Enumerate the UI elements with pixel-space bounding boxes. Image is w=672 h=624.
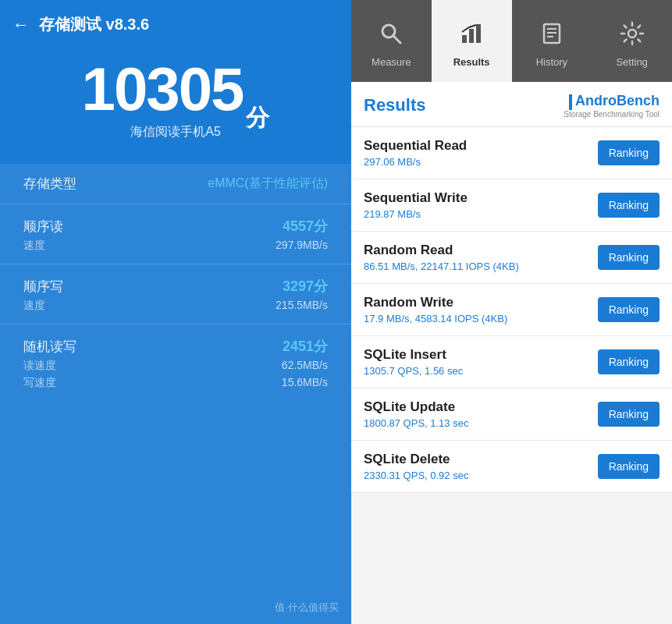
metrics-section: 存储类型 eMMC(基于性能评估) 顺序读 4557分 速度 297.9MB/s… (0, 164, 351, 624)
metric-sub-value: 62.5MB/s (282, 359, 328, 373)
result-name: Random Write (364, 295, 598, 310)
results-label: Results (453, 56, 490, 68)
result-name: Sequential Write (364, 190, 598, 206)
ranking-button[interactable]: Ranking (598, 349, 660, 374)
svg-rect-2 (462, 35, 467, 43)
storage-type-label: 存储类型 (23, 175, 76, 193)
result-info: Sequential Read 297.06 MB/s (364, 138, 598, 168)
tab-measure[interactable]: Measure (351, 0, 432, 82)
svg-rect-4 (476, 24, 481, 43)
svg-point-9 (628, 30, 636, 37)
device-name: 海信阅读手机A5 (130, 124, 221, 140)
result-detail: 17.9 MB/s, 4583.14 IOPS (4KB) (364, 313, 598, 324)
metric-sub-row: 写速度 15.6MB/s (23, 376, 328, 390)
result-name: Sequential Read (364, 138, 598, 154)
result-detail: 219.87 MB/s (364, 208, 598, 220)
metric-row: 顺序写 3297分 (23, 277, 328, 296)
metric-score: 3297分 (283, 277, 328, 296)
logo-bar-icon (569, 94, 572, 110)
tab-bar: Measure Results History Setting (351, 0, 672, 82)
result-info: SQLite Update 1800.87 QPS, 1.13 sec (364, 399, 598, 429)
result-name: SQLite Update (364, 399, 598, 415)
ranking-button[interactable]: Ranking (598, 245, 660, 270)
setting-icon (620, 21, 645, 51)
history-label: History (536, 56, 567, 68)
measure-label: Measure (372, 56, 411, 68)
results-icon (459, 21, 484, 51)
metric-sub-row: 速度 297.9MB/s (23, 239, 328, 253)
androbench-sub: Storage Benchmarking Tool (564, 110, 660, 119)
right-panel: Measure Results History Setting Results … (351, 0, 672, 624)
brand-post: Bench (617, 93, 660, 108)
score-number: 10305 (82, 58, 244, 119)
watermark: 值·什么值得买 (275, 601, 339, 615)
result-name: Random Read (364, 243, 598, 258)
result-info: Sequential Write 219.87 MB/s (364, 190, 598, 220)
svg-line-1 (393, 36, 400, 43)
metric-row: 随机读写 2451分 (23, 337, 328, 356)
result-info: Random Read 86.51 MB/s, 22147.11 IOPS (4… (364, 243, 598, 272)
metric-sub-label: 读速度 (23, 359, 56, 373)
measure-icon (379, 21, 404, 51)
metric-label: 顺序读 (23, 218, 63, 236)
result-info: SQLite Delete 2330.31 QPS, 0.92 sec (364, 452, 598, 481)
metric-sub-row: 读速度 62.5MB/s (23, 359, 328, 373)
score-section: 10305分 海信阅读手机A5 (0, 43, 351, 164)
metric-score: 2451分 (283, 337, 328, 356)
result-row: Sequential Read 297.06 MB/s Ranking (351, 127, 672, 179)
metric-sub-label: 速度 (23, 299, 45, 313)
ranking-button[interactable]: Ranking (598, 297, 660, 322)
result-info: SQLite Insert 1305.7 QPS, 1.56 sec (364, 347, 598, 377)
left-panel: ← 存储测试 v8.3.6 10305分 海信阅读手机A5 存储类型 eMMC(… (0, 0, 351, 624)
results-header: Results AndroBench Storage Benchmarking … (351, 82, 672, 127)
storage-type-block: 存储类型 eMMC(基于性能评估) (0, 164, 351, 204)
metric-label: 随机读写 (23, 338, 76, 356)
result-row: SQLite Update 1800.87 QPS, 1.13 sec Rank… (351, 388, 672, 441)
ranking-button[interactable]: Ranking (598, 193, 660, 218)
result-row: SQLite Insert 1305.7 QPS, 1.56 sec Ranki… (351, 336, 672, 388)
tab-results[interactable]: Results (432, 0, 512, 82)
result-row: Random Write 17.9 MB/s, 4583.14 IOPS (4K… (351, 284, 672, 336)
androbench-name: AndroBench (575, 93, 660, 108)
result-detail: 297.06 MB/s (364, 156, 598, 168)
result-name: SQLite Insert (364, 347, 598, 363)
metric-block: 随机读写 2451分 读速度 62.5MB/s 写速度 15.6MB/s (0, 324, 351, 401)
result-row: Sequential Write 219.87 MB/s Ranking (351, 179, 672, 232)
results-content: Results AndroBench Storage Benchmarking … (351, 82, 672, 624)
metric-sub-value: 15.6MB/s (282, 376, 328, 390)
metric-score: 4557分 (283, 217, 328, 236)
result-detail: 2330.31 QPS, 0.92 sec (364, 470, 598, 481)
left-header: ← 存储测试 v8.3.6 (0, 0, 351, 43)
back-button[interactable]: ← (12, 15, 30, 35)
metric-sub-value: 215.5MB/s (276, 299, 328, 313)
metric-block: 顺序写 3297分 速度 215.5MB/s (0, 264, 351, 324)
app-title: 存储测试 v8.3.6 (39, 14, 149, 35)
storage-type-value: eMMC(基于性能评估) (208, 176, 328, 192)
results-title: Results (364, 95, 425, 115)
result-row: Random Read 86.51 MB/s, 22147.11 IOPS (4… (351, 232, 672, 284)
tab-setting[interactable]: Setting (592, 0, 672, 82)
ranking-button[interactable]: Ranking (598, 402, 660, 427)
score-unit: 分 (246, 102, 269, 134)
result-row: SQLite Delete 2330.31 QPS, 0.92 sec Rank… (351, 441, 672, 493)
brand-pre: Andro (575, 93, 617, 108)
androbench-logo: AndroBench Storage Benchmarking Tool (564, 93, 660, 119)
result-detail: 1800.87 QPS, 1.13 sec (364, 417, 598, 429)
metric-sub-value: 297.9MB/s (276, 239, 328, 253)
ranking-button[interactable]: Ranking (598, 140, 660, 165)
setting-label: Setting (616, 56, 647, 68)
metric-sub-label: 速度 (23, 239, 45, 253)
ranking-button[interactable]: Ranking (598, 454, 660, 479)
metric-sub-row: 速度 215.5MB/s (23, 299, 328, 313)
metric-label: 顺序写 (23, 278, 63, 296)
result-info: Random Write 17.9 MB/s, 4583.14 IOPS (4K… (364, 295, 598, 324)
metric-row: 顺序读 4557分 (23, 217, 328, 236)
history-icon (539, 21, 564, 51)
svg-rect-3 (469, 29, 474, 43)
result-detail: 1305.7 QPS, 1.56 sec (364, 365, 598, 377)
result-name: SQLite Delete (364, 452, 598, 467)
metric-sub-label: 写速度 (23, 376, 56, 390)
tab-history[interactable]: History (512, 0, 592, 82)
metric-block: 顺序读 4557分 速度 297.9MB/s (0, 204, 351, 264)
result-detail: 86.51 MB/s, 22147.11 IOPS (4KB) (364, 261, 598, 272)
